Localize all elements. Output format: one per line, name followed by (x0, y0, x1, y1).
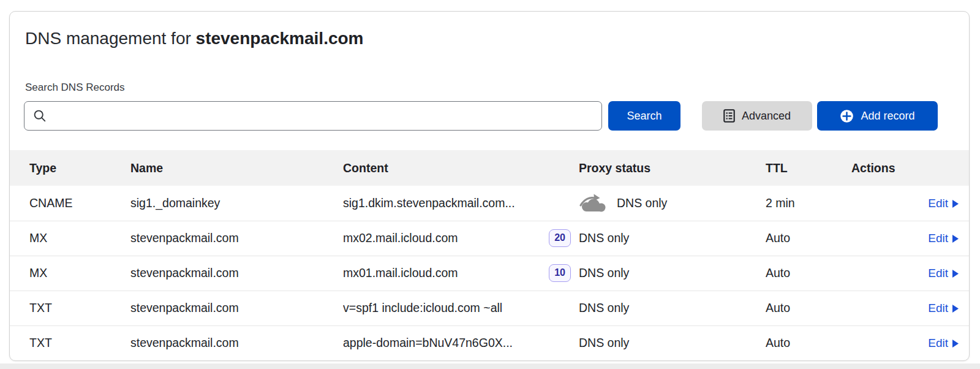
edit-link[interactable]: Edit (928, 232, 959, 245)
proxy-status-label: DNS only (579, 231, 629, 245)
edit-link-label: Edit (928, 232, 948, 245)
advanced-form-icon (723, 109, 735, 123)
edit-arrow-icon (952, 235, 959, 243)
record-ttl: Auto (760, 256, 851, 291)
record-type: TXT (10, 291, 130, 325)
edit-arrow-icon (952, 200, 959, 208)
column-header-type: Type (10, 150, 130, 186)
edit-link-label: Edit (928, 302, 948, 315)
proxy-status-label: DNS only (617, 196, 667, 210)
dns-records-table: Type Name Content Proxy status TTL Actio… (10, 150, 969, 360)
dns-toolbar: Search Advanced Add record (24, 101, 969, 131)
edit-arrow-icon (952, 340, 959, 348)
proxy-status-label: DNS only (579, 266, 629, 280)
record-ttl: Auto (760, 221, 851, 256)
column-header-name: Name (130, 150, 343, 186)
page-title-domain: stevenpackmail.com (196, 29, 364, 48)
priority-badge: 10 (549, 264, 571, 282)
edit-link-label: Edit (928, 197, 948, 210)
add-record-button[interactable]: Add record (817, 101, 938, 131)
column-header-ttl: TTL (760, 150, 851, 186)
priority-badge: 20 (549, 229, 571, 247)
proxy-status-label: DNS only (579, 336, 629, 350)
table-header-row: Type Name Content Proxy status TTL Actio… (10, 150, 969, 186)
dns-management-card: DNS management for stevenpackmail.com Se… (9, 11, 970, 361)
dns-table-body: CNAME sig1._domainkey sig1.dkim.stevenpa… (10, 186, 969, 360)
edit-link[interactable]: Edit (928, 337, 959, 350)
add-record-button-label: Add record (861, 110, 914, 123)
search-button-label: Search (627, 110, 662, 123)
record-ttl: Auto (760, 325, 851, 360)
search-button[interactable]: Search (608, 101, 680, 131)
dns-only-cloud-icon (579, 194, 607, 212)
table-row: TXT stevenpackmail.com v=spf1 include:ic… (10, 291, 969, 325)
record-content: mx01.mail.icloud.com (343, 266, 458, 280)
table-row: MX stevenpackmail.com mx02.mail.icloud.c… (10, 221, 969, 256)
proxy-status-label: DNS only (579, 301, 629, 315)
edit-arrow-icon (952, 270, 959, 278)
page-bottom-edge (0, 363, 980, 369)
record-content: mx02.mail.icloud.com (343, 231, 458, 245)
record-type: MX (10, 256, 130, 291)
record-ttl: Auto (760, 291, 851, 325)
edit-link[interactable]: Edit (928, 302, 959, 315)
page-title: DNS management for stevenpackmail.com (25, 28, 969, 49)
plus-circle-icon (840, 109, 854, 123)
edit-link[interactable]: Edit (928, 197, 959, 210)
table-row: CNAME sig1._domainkey sig1.dkim.stevenpa… (10, 186, 969, 221)
record-name: stevenpackmail.com (130, 256, 343, 291)
edit-link[interactable]: Edit (928, 267, 959, 280)
record-content: sig1.dkim.stevenpackmail.com... (343, 196, 515, 210)
edit-link-label: Edit (928, 267, 948, 280)
table-row: MX stevenpackmail.com mx01.mail.icloud.c… (10, 256, 969, 291)
record-name: sig1._domainkey (130, 186, 343, 221)
search-label: Search DNS Records (25, 82, 969, 94)
record-type: CNAME (10, 186, 130, 221)
edit-arrow-icon (952, 305, 959, 313)
record-name: stevenpackmail.com (130, 291, 343, 325)
record-content: apple-domain=bNuV47n6G0X... (343, 336, 513, 350)
record-type: MX (10, 221, 130, 256)
page-title-prefix: DNS management for (25, 29, 191, 48)
record-ttl: 2 min (760, 186, 851, 221)
record-type: TXT (10, 325, 130, 360)
column-header-proxy-status: Proxy status (573, 150, 760, 186)
table-row: TXT stevenpackmail.com apple-domain=bNuV… (10, 325, 969, 360)
record-name: stevenpackmail.com (130, 325, 343, 360)
column-header-actions: Actions (851, 150, 969, 186)
search-box (24, 101, 602, 131)
column-header-content: Content (343, 150, 573, 186)
search-input[interactable] (24, 101, 602, 131)
advanced-button-label: Advanced (742, 110, 791, 123)
record-name: stevenpackmail.com (130, 221, 343, 256)
edit-link-label: Edit (928, 337, 948, 350)
advanced-button[interactable]: Advanced (702, 101, 812, 131)
record-content: v=spf1 include:icloud.com ~all (343, 301, 502, 315)
